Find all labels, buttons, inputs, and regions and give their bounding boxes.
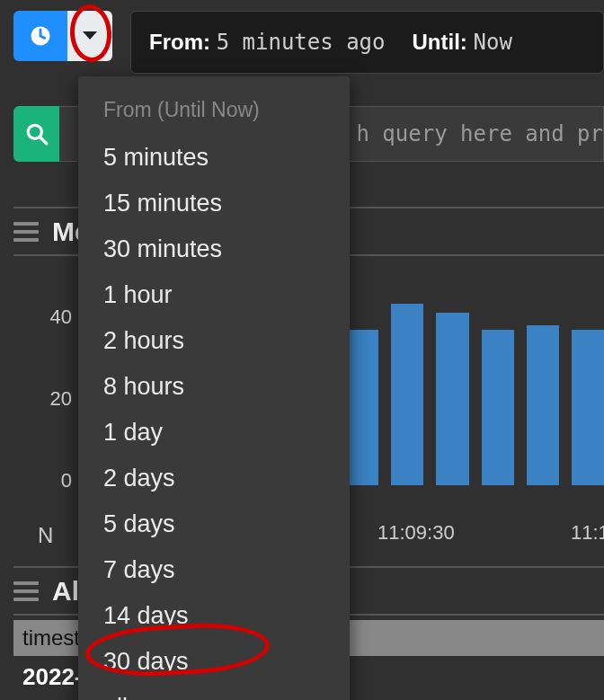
x-tick: 11:10:00 (571, 521, 604, 545)
caret-down-icon (82, 31, 98, 41)
dropdown-item[interactable]: 15 minutes (78, 181, 350, 226)
until-value: Now (474, 30, 512, 55)
n-label: N (38, 523, 53, 548)
dropdown-title: From (Until Now) (78, 87, 350, 135)
dropdown-item[interactable]: 1 hour (78, 272, 350, 318)
time-range-dropdown: From (Until Now) 5 minutes15 minutes30 m… (78, 76, 350, 700)
dropdown-item[interactable]: 1 day (78, 410, 350, 456)
from-label: From (149, 30, 203, 54)
search-button[interactable] (13, 106, 59, 162)
dropdown-item[interactable]: 30 minutes (78, 226, 350, 272)
svg-line-2 (40, 137, 47, 144)
dropdown-item[interactable]: all messages (78, 685, 350, 700)
dropdown-item[interactable]: 5 minutes (78, 135, 350, 181)
clock-icon (28, 23, 53, 49)
search-icon (25, 122, 49, 146)
from-value: 5 minutes ago (217, 30, 386, 55)
time-range-dropdown-toggle[interactable] (67, 11, 112, 61)
y-tick: 20 (50, 387, 72, 411)
dropdown-item[interactable]: 30 days (78, 639, 350, 685)
x-tick: 11:09:30 (378, 521, 455, 545)
hamburger-icon[interactable] (13, 581, 39, 601)
chart-bar (346, 330, 378, 485)
time-range-button[interactable] (13, 11, 67, 61)
chart-bar (572, 330, 604, 485)
dropdown-item[interactable]: 2 days (78, 456, 350, 501)
chart-bar (482, 330, 514, 485)
chart-bar (391, 304, 423, 485)
dropdown-item[interactable]: 2 hours (78, 318, 350, 364)
y-tick: 0 (61, 469, 72, 492)
dropdown-item[interactable]: 7 days (78, 547, 350, 593)
dropdown-item[interactable]: 14 days (78, 593, 350, 639)
dropdown-item[interactable]: 8 hours (78, 364, 350, 410)
dropdown-item[interactable]: 5 days (78, 501, 350, 547)
chart-bar (527, 325, 559, 485)
y-tick: 40 (50, 306, 72, 329)
chart-bar (436, 313, 468, 485)
time-range-display[interactable]: From: 5 minutes ago Until: Now (130, 11, 604, 74)
until-label: Until (413, 30, 460, 54)
hamburger-icon[interactable] (13, 222, 39, 242)
